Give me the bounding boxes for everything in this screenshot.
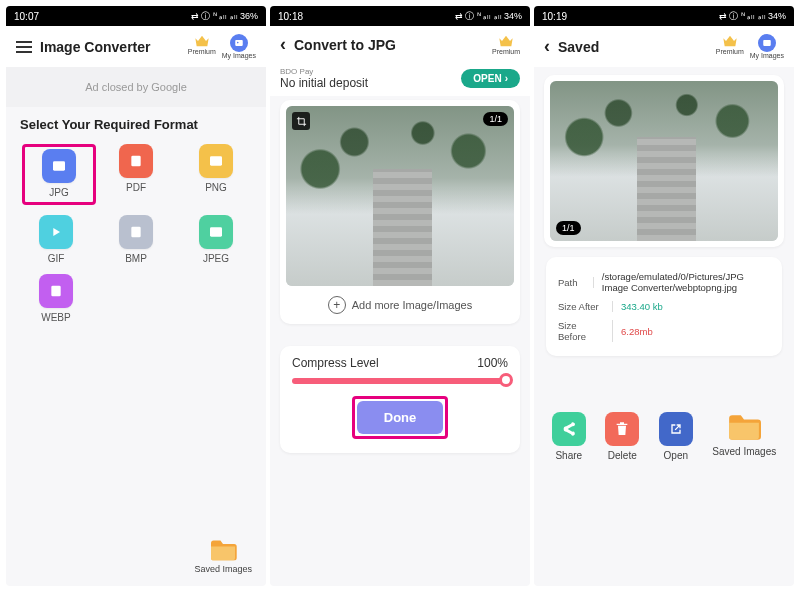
image-circle-icon [758, 34, 776, 52]
svg-point-1 [237, 42, 239, 44]
svg-rect-3 [131, 156, 140, 167]
clock: 10:07 [14, 11, 39, 22]
svg-rect-4 [210, 156, 222, 165]
image-circle-icon [230, 34, 248, 52]
ad-row: BDO PayNo initial deposit OPEN › [270, 63, 530, 96]
open-button[interactable]: Open [659, 412, 693, 461]
app-title: Image Converter [40, 39, 180, 55]
play-icon [39, 215, 73, 249]
share-button[interactable]: Share [552, 412, 586, 461]
clock: 10:18 [278, 11, 303, 22]
status-icons: ⇄ ⓘ ᴺ ₐₗₗ ₐₗₗ 34% [719, 10, 786, 23]
svg-rect-8 [763, 40, 771, 46]
preview-card: 1/1 + Add more Image/Images [280, 100, 520, 324]
image-icon [42, 149, 76, 183]
chevron-right-icon: › [505, 73, 508, 84]
info-row-size-before: Size Before 6.28mb [558, 316, 770, 346]
svg-rect-5 [131, 227, 140, 238]
svg-rect-6 [210, 227, 222, 236]
status-bar: 10:07 ⇄ ⓘ ᴺ ₐₗₗ ₐₗₗ 36% [6, 6, 266, 26]
image-count-badge: 1/1 [556, 221, 581, 235]
screen-formats: 10:07 ⇄ ⓘ ᴺ ₐₗₗ ₐₗₗ 36% Image Converter … [6, 6, 266, 586]
format-tile-jpg[interactable]: JPG [22, 144, 96, 205]
premium-button[interactable]: Premium [716, 34, 744, 55]
plus-circle-icon: + [328, 296, 346, 314]
image-preview[interactable]: 1/1 [550, 81, 778, 241]
format-tile-jpeg[interactable]: JPEG [176, 215, 256, 264]
image-count-badge: 1/1 [483, 112, 508, 126]
trash-icon [605, 412, 639, 446]
back-icon[interactable]: ‹ [280, 34, 286, 55]
svg-rect-2 [53, 161, 65, 170]
section-title: Select Your Required Format [6, 107, 266, 138]
premium-button[interactable]: Premium [492, 34, 520, 55]
format-tile-png[interactable]: PNG [176, 144, 256, 205]
action-row: Share Delete Open Saved Images [542, 412, 786, 461]
share-icon [552, 412, 586, 446]
doc-icon [119, 215, 153, 249]
saved-images-button[interactable]: Saved Images [712, 412, 776, 461]
format-grid: JPG PDF PNG GIF BMP JPEG WEBP [6, 138, 266, 329]
screen-convert: 10:18 ⇄ ⓘ ᴺ ₐₗₗ ₐₗₗ 34% ‹ Convert to JPG… [270, 6, 530, 586]
hamburger-icon[interactable] [16, 41, 32, 53]
preview-card: 1/1 [544, 75, 784, 247]
svg-rect-7 [51, 286, 60, 297]
format-tile-gif[interactable]: GIF [16, 215, 96, 264]
format-tile-webp[interactable]: WEBP [16, 274, 96, 323]
open-icon [659, 412, 693, 446]
app-header: ‹ Saved Premium My Images [534, 26, 794, 67]
info-row-path: Path /storage/emulated/0/Pictures/JPG Im… [558, 267, 770, 297]
crown-icon [194, 34, 210, 48]
format-tile-pdf[interactable]: PDF [96, 144, 176, 205]
folder-icon [727, 412, 761, 442]
status-bar: 10:18 ⇄ ⓘ ᴺ ₐₗₗ ₐₗₗ 34% [270, 6, 530, 26]
compress-slider[interactable] [292, 378, 508, 384]
svg-rect-0 [235, 40, 243, 46]
status-icons: ⇄ ⓘ ᴺ ₐₗₗ ₐₗₗ 34% [455, 10, 522, 23]
doc-icon [119, 144, 153, 178]
my-images-button[interactable]: My Images [750, 34, 784, 59]
image-icon [199, 144, 233, 178]
app-header: Image Converter Premium My Images [6, 26, 266, 67]
ad-banner: Ad closed by Google [6, 67, 266, 107]
compress-card: Compress Level 100% Done [280, 346, 520, 453]
ad-open-button[interactable]: OPEN › [461, 69, 520, 88]
crown-icon [498, 34, 514, 48]
clock: 10:19 [542, 11, 567, 22]
crown-icon [722, 34, 738, 48]
saved-images-button[interactable]: Saved Images [194, 538, 252, 574]
compress-value: 100% [477, 356, 508, 370]
done-highlight: Done [352, 396, 447, 439]
screen-title: Convert to JPG [294, 37, 484, 53]
screen-saved: 10:19 ⇄ ⓘ ᴺ ₐₗₗ ₐₗₗ 34% ‹ Saved Premium … [534, 6, 794, 586]
delete-button[interactable]: Delete [605, 412, 639, 461]
status-bar: 10:19 ⇄ ⓘ ᴺ ₐₗₗ ₐₗₗ 34% [534, 6, 794, 26]
app-header: ‹ Convert to JPG Premium [270, 26, 530, 63]
format-tile-bmp[interactable]: BMP [96, 215, 176, 264]
add-more-button[interactable]: + Add more Image/Images [286, 286, 514, 318]
file-info-card: Path /storage/emulated/0/Pictures/JPG Im… [546, 257, 782, 356]
compress-label: Compress Level [292, 356, 379, 370]
status-icons: ⇄ ⓘ ᴺ ₐₗₗ ₐₗₗ 36% [191, 10, 258, 23]
done-button[interactable]: Done [357, 401, 442, 434]
ad-text: BDO PayNo initial deposit [280, 67, 368, 90]
doc-icon [39, 274, 73, 308]
premium-button[interactable]: Premium [188, 34, 216, 55]
folder-icon [209, 538, 237, 562]
info-row-size-after: Size After 343.40 kb [558, 297, 770, 316]
my-images-button[interactable]: My Images [222, 34, 256, 59]
image-preview[interactable]: 1/1 [286, 106, 514, 286]
crop-icon[interactable] [292, 112, 310, 130]
screen-title: Saved [558, 39, 708, 55]
image-icon [199, 215, 233, 249]
back-icon[interactable]: ‹ [544, 36, 550, 57]
